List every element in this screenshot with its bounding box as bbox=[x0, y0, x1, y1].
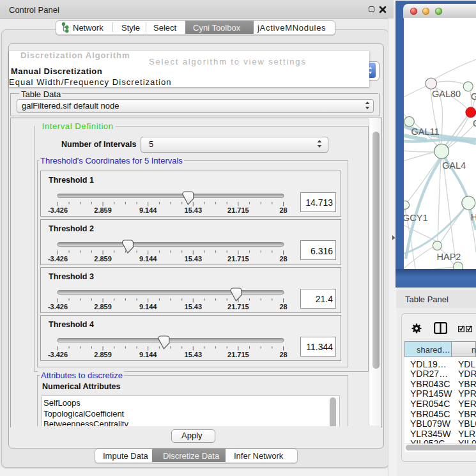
svg-text:28: 28 bbox=[279, 206, 287, 214]
svg-text:15.43: 15.43 bbox=[185, 206, 203, 214]
svg-text:H: H bbox=[471, 212, 476, 222]
svg-text:21.715: 21.715 bbox=[227, 303, 249, 311]
svg-text:HAP2: HAP2 bbox=[437, 252, 461, 262]
svg-text:21.715: 21.715 bbox=[227, 255, 249, 263]
svg-text:GAL80: GAL80 bbox=[432, 89, 461, 99]
svg-text:28: 28 bbox=[279, 255, 287, 263]
svg-text:GCY1: GCY1 bbox=[404, 213, 428, 223]
svg-text:-3.426: -3.426 bbox=[48, 255, 68, 263]
svg-text:G: G bbox=[471, 91, 476, 102]
svg-text:9.144: 9.144 bbox=[139, 255, 157, 263]
svg-text:-3.426: -3.426 bbox=[48, 351, 68, 358]
svg-text:15.43: 15.43 bbox=[185, 351, 203, 358]
svg-text:2.859: 2.859 bbox=[94, 303, 112, 311]
svg-text:28: 28 bbox=[279, 351, 287, 358]
svg-text:9.144: 9.144 bbox=[139, 303, 157, 311]
svg-text:-3.426: -3.426 bbox=[48, 206, 68, 214]
svg-text:21.715: 21.715 bbox=[227, 206, 249, 214]
svg-text:2.859: 2.859 bbox=[94, 351, 112, 358]
svg-text:2.859: 2.859 bbox=[94, 255, 112, 263]
svg-text:9.144: 9.144 bbox=[139, 206, 157, 214]
svg-text:GAL11: GAL11 bbox=[411, 127, 440, 137]
svg-text:28: 28 bbox=[279, 303, 287, 311]
svg-text:-3.426: -3.426 bbox=[48, 303, 68, 311]
svg-text:GAL4: GAL4 bbox=[442, 160, 466, 171]
svg-text:C: C bbox=[473, 118, 476, 128]
svg-text:21.715: 21.715 bbox=[227, 351, 249, 358]
svg-text:15.43: 15.43 bbox=[185, 303, 203, 311]
svg-text:9.144: 9.144 bbox=[139, 351, 157, 358]
svg-text:2.859: 2.859 bbox=[94, 206, 112, 214]
svg-text:15.43: 15.43 bbox=[185, 255, 203, 263]
